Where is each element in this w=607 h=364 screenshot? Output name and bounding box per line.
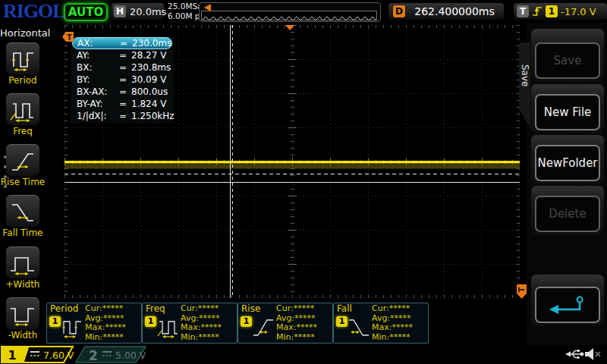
stat-min: Min:***** [372, 333, 413, 343]
delay-value: 262.400000ms [405, 5, 504, 17]
sidebar-item-neg-width[interactable]: -Width [0, 297, 46, 340]
measurement-box-period: Period 1 Cur:***** Avg:***** Max:***** M… [46, 303, 142, 344]
rising-edge-icon [532, 5, 543, 17]
cursor-row-by[interactable]: BY: = 30.09 V [71, 74, 174, 86]
trigger-level-marker[interactable]: T [516, 284, 527, 300]
waveform-overview-strip[interactable] [199, 2, 381, 22]
equals-sign: = [119, 74, 131, 85]
stat-min: Min:***** [181, 333, 222, 343]
measurement-box-freq: Freq 1 Cur:***** Avg:***** Max:***** Min… [142, 303, 237, 344]
channel2-badge[interactable]: 2 5.00 V [75, 346, 147, 363]
return-arrow-icon [546, 294, 589, 315]
trigger-level-value: -17.0 V [561, 6, 596, 17]
cursor-label: 1/|dX|: [77, 111, 119, 121]
sidebar-item-freq[interactable]: Freq [0, 93, 46, 136]
delay-offset-box[interactable]: D 262.400000ms [388, 3, 504, 20]
back-button[interactable] [531, 275, 604, 326]
oscilloscope-screen: RIGOL AUTO H 20.0ms 25.0MSa/s 6.00M pts [0, 0, 607, 364]
trigger-position-marker[interactable]: T [61, 31, 74, 42]
menu-tab: Save [519, 42, 530, 109]
freq-icon [6, 93, 39, 126]
trigger-position-marker-label: T [67, 33, 72, 42]
sidebar-item-label: Period [0, 76, 46, 86]
measurement-stats: Cur:***** Avg:***** Max:***** Min:***** [181, 304, 222, 342]
measurement-name: Fall [337, 303, 352, 314]
stat-cur: Cur:***** [85, 304, 126, 314]
sidebar-item-label: -Width [0, 331, 46, 340]
fall-time-icon [6, 195, 39, 228]
sidebar-item-pos-width[interactable]: +Width [0, 246, 46, 290]
period-icon [6, 42, 39, 75]
horizontal-timebase-box[interactable]: H 20.0ms [112, 3, 164, 20]
trigger-status-box[interactable]: T 1 -17.0 V [514, 3, 607, 20]
cursor-readout-panel: AX: = 230.0ms AY: = 28.27 V BX: = 230.8m… [71, 36, 174, 123]
stat-min: Min:***** [85, 333, 126, 343]
sidebar-title: Horizontal [0, 27, 46, 39]
cursor-row-bx-ax[interactable]: BX-AX: = 800.0us [71, 86, 174, 98]
save-button-label: Save [535, 42, 600, 79]
top-status-bar: RIGOL AUTO H 20.0ms 25.0MSa/s 6.00M pts [0, 0, 607, 23]
cursor-label: AX: [77, 38, 120, 49]
channel-badge: 1 [336, 316, 348, 327]
sidebar-item-label: Rise Time [0, 177, 46, 187]
usb-icon [565, 348, 584, 360]
trigger-key-icon: T [517, 5, 529, 17]
save-menu: Save Save New File NewFolder Delete [519, 23, 607, 345]
equals-sign: = [120, 38, 132, 49]
measurement-name: Period [50, 303, 78, 314]
sidebar-item-fall-time[interactable]: Fall Time [0, 195, 46, 238]
trigger-source-badge: 1 [546, 5, 558, 17]
cursor-row-inv-dx[interactable]: 1/|dX|: = 1.250kHz [71, 110, 174, 122]
save-button[interactable]: Save [531, 29, 604, 82]
stat-cur: Cur:***** [181, 304, 222, 314]
channel1-number: 1 [8, 348, 16, 362]
overview-waveform [201, 11, 377, 20]
channel-badge: 1 [241, 316, 252, 327]
channel1-badge[interactable]: 1 7.60 V [1, 346, 75, 363]
freq-small-icon [156, 315, 179, 340]
cursor-label: BX: [77, 62, 119, 73]
fall-small-icon [348, 315, 370, 340]
cursor-value: 800.0us [131, 86, 168, 97]
sidebar-item-label: Fall Time [0, 228, 46, 238]
h-key-icon: H [114, 5, 126, 17]
cursor-label: BY: [77, 74, 119, 85]
delay-key-icon: D [393, 5, 405, 17]
channel2-number: 2 [89, 348, 98, 363]
new-file-button[interactable]: New File [531, 84, 604, 133]
brand-logo: RIGOL [3, 0, 65, 23]
delete-button[interactable]: Delete [531, 186, 604, 235]
cursor-value: 1.250kHz [131, 111, 175, 121]
sidebar-item-rise-time[interactable]: Rise Time [0, 144, 46, 187]
cursor-row-ax[interactable]: AX: = 230.0ms [72, 37, 172, 49]
cursor-row-bx[interactable]: BX: = 230.8ms [71, 61, 174, 74]
stat-max: Max:***** [181, 323, 222, 333]
menu-tab-notch [519, 109, 531, 129]
channel1-trace [64, 161, 520, 164]
run-status-badge: AUTO [64, 3, 108, 21]
plus-width-icon [6, 246, 39, 279]
new-file-button-label: New File [535, 94, 600, 130]
measurement-stats: Cur:***** Avg:***** Max:***** Min:***** [85, 304, 126, 342]
rise-time-icon [6, 144, 39, 177]
sidebar-item-period[interactable]: Period [0, 42, 46, 86]
cursor-row-ay[interactable]: AY: = 28.27 V [71, 49, 174, 61]
equals-sign: = [119, 111, 131, 121]
cursor-value: 230.8ms [131, 62, 171, 73]
cursor-value: 30.09 V [131, 74, 166, 85]
stat-cur: Cur:***** [372, 304, 413, 314]
period-small-icon [61, 315, 83, 340]
rise-small-icon [252, 315, 275, 340]
cursor-value: 1.824 V [131, 99, 166, 109]
timebase-value: 20.0ms [130, 6, 166, 17]
new-folder-button[interactable]: NewFolder [531, 135, 604, 184]
stat-max: Max:***** [372, 323, 413, 333]
stat-max: Max:***** [276, 323, 317, 333]
measurement-name: Rise [241, 303, 260, 314]
stat-min: Min:***** [276, 333, 317, 343]
cursor-row-by-ay[interactable]: BY-AY: = 1.824 V [71, 98, 174, 110]
stat-max: Max:***** [85, 323, 126, 333]
channel2-scale: 5.00 V [115, 350, 146, 361]
sidebar-item-label: +Width [0, 280, 46, 290]
channel1-scale: 7.60 V [43, 350, 74, 361]
